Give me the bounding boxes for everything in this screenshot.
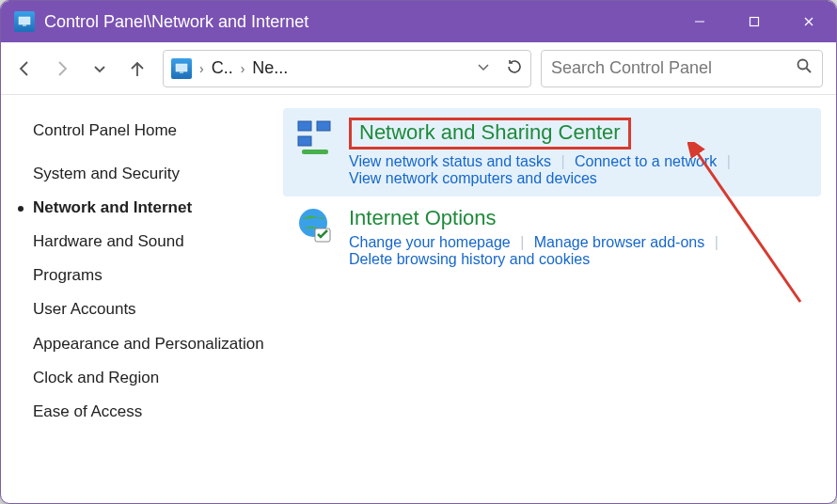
- category-internet-options: Internet Options Change your homepage | …: [283, 197, 821, 277]
- category-title-network-sharing[interactable]: Network and Sharing Center: [349, 118, 631, 150]
- link-delete-history[interactable]: Delete browsing history and cookies: [349, 251, 590, 267]
- link-manage-addons[interactable]: Manage browser add-ons: [534, 234, 704, 250]
- sidebar-item-system-security[interactable]: System and Security: [33, 157, 264, 191]
- svg-point-9: [798, 60, 808, 70]
- network-icon: [294, 118, 336, 159]
- control-panel-icon: [14, 11, 35, 32]
- svg-rect-0: [19, 17, 30, 24]
- up-button[interactable]: [127, 58, 148, 79]
- link-connect-to-network[interactable]: Connect to a network: [575, 153, 717, 169]
- svg-rect-11: [298, 121, 311, 131]
- svg-rect-8: [180, 71, 183, 73]
- breadcrumb-seg-1[interactable]: C..: [212, 58, 233, 78]
- sidebar-item-home[interactable]: Control Panel Home: [33, 114, 264, 148]
- address-bar[interactable]: › C.. › Ne...: [163, 50, 531, 87]
- window-controls: [672, 1, 836, 42]
- sidebar-item-ease-of-access[interactable]: Ease of Access: [33, 395, 264, 429]
- address-icon: [171, 58, 192, 79]
- minimize-button[interactable]: [672, 1, 727, 42]
- sidebar-item-network-internet[interactable]: Network and Internet: [33, 191, 264, 225]
- sidebar-item-programs[interactable]: Programs: [33, 259, 264, 292]
- back-button[interactable]: [14, 58, 35, 79]
- chevron-right-icon[interactable]: ›: [197, 61, 206, 76]
- svg-line-10: [807, 69, 812, 73]
- globe-icon: [294, 206, 336, 247]
- link-view-network-computers[interactable]: View network computers and devices: [349, 170, 597, 186]
- svg-rect-13: [298, 136, 311, 146]
- sidebar-item-user-accounts[interactable]: User Accounts: [33, 292, 264, 326]
- address-dropdown-button[interactable]: [476, 59, 491, 77]
- svg-rect-14: [302, 150, 328, 154]
- chevron-right-icon[interactable]: ›: [239, 61, 247, 76]
- category-title-internet-options[interactable]: Internet Options: [349, 206, 497, 230]
- category-network-sharing: Network and Sharing Center View network …: [283, 108, 821, 197]
- sidebar-item-clock-region[interactable]: Clock and Region: [33, 361, 264, 395]
- breadcrumb-seg-2[interactable]: Ne...: [252, 58, 288, 78]
- svg-rect-3: [750, 18, 759, 26]
- close-button[interactable]: [782, 1, 836, 42]
- forward-button[interactable]: [52, 58, 72, 79]
- refresh-button[interactable]: [506, 58, 523, 78]
- link-change-homepage[interactable]: Change your homepage: [349, 234, 511, 250]
- main-content: Network and Sharing Center View network …: [283, 95, 836, 503]
- svg-rect-1: [23, 24, 26, 26]
- toolbar: › C.. › Ne... Search Control Panel: [1, 42, 836, 95]
- search-placeholder: Search Control Panel: [551, 58, 796, 78]
- search-icon: [796, 57, 813, 79]
- sidebar-item-hardware-sound[interactable]: Hardware and Sound: [33, 225, 264, 259]
- titlebar: Control Panel\Network and Internet: [1, 1, 836, 42]
- link-view-network-status[interactable]: View network status and tasks: [349, 153, 551, 169]
- maximize-button[interactable]: [727, 1, 782, 42]
- window: Control Panel\Network and Internet: [0, 0, 837, 504]
- recent-locations-button[interactable]: [89, 58, 110, 79]
- sidebar-item-appearance[interactable]: Appearance and Personalization: [33, 326, 264, 361]
- search-input[interactable]: Search Control Panel: [541, 50, 823, 87]
- svg-rect-7: [176, 64, 187, 71]
- svg-rect-12: [317, 121, 330, 131]
- window-title: Control Panel\Network and Internet: [44, 12, 308, 32]
- sidebar: Control Panel Home System and Security N…: [1, 95, 283, 503]
